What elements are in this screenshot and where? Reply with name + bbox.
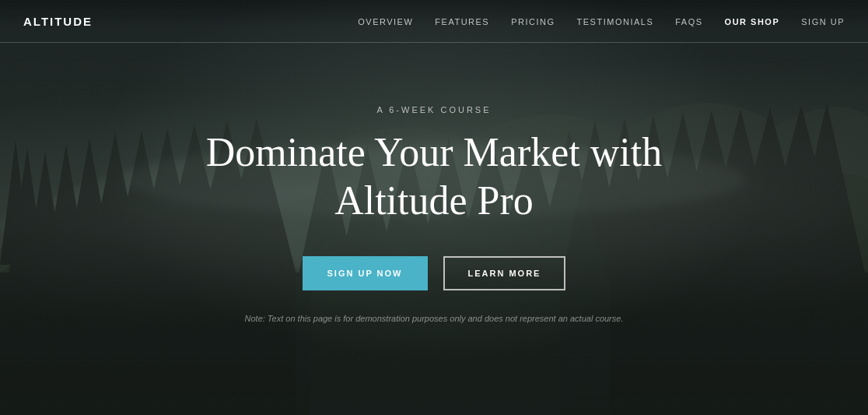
disclaimer-text: Note: Text on this page is for demonstra… [162,314,706,323]
hero-subtitle: A 6-WEEK COURSE [162,105,706,114]
nav-item-pricing[interactable]: PRICING [511,14,555,28]
nav-item-testimonials[interactable]: TESTIMONIALS [577,14,654,28]
navigation: ALTITUDE OVERVIEW FEATURES PRICING TESTI… [0,0,868,43]
nav-links: OVERVIEW FEATURES PRICING TESTIMONIALS F… [358,14,845,28]
nav-item-overview[interactable]: OVERVIEW [358,14,413,28]
nav-link-sign-up[interactable]: SIGN UP [801,17,845,26]
hero-headline: Dominate Your Market with Altitude Pro [162,128,706,226]
nav-item-faqs[interactable]: FAQS [675,14,702,28]
nav-link-overview[interactable]: OVERVIEW [358,17,413,26]
nav-link-pricing[interactable]: PRICING [511,17,555,26]
nav-item-features[interactable]: FEATURES [435,14,489,28]
nav-item-sign-up[interactable]: SIGN UP [801,14,845,28]
nav-link-testimonials[interactable]: TESTIMONIALS [577,17,654,26]
sign-up-now-button[interactable]: SIGN UP NOW [303,256,428,290]
nav-link-features[interactable]: FEATURES [435,17,489,26]
nav-item-our-shop[interactable]: OUR SHOP [725,14,780,28]
nav-link-faqs[interactable]: FAQS [675,17,702,26]
hero-content: A 6-WEEK COURSE Dominate Your Market wit… [162,105,706,324]
learn-more-button[interactable]: LEARN MORE [443,256,566,290]
button-group: SIGN UP NOW LEARN MORE [162,256,706,290]
site-logo[interactable]: ALTITUDE [23,15,93,28]
nav-link-our-shop[interactable]: OUR SHOP [725,17,780,26]
hero-section: ALTITUDE OVERVIEW FEATURES PRICING TESTI… [0,0,868,415]
